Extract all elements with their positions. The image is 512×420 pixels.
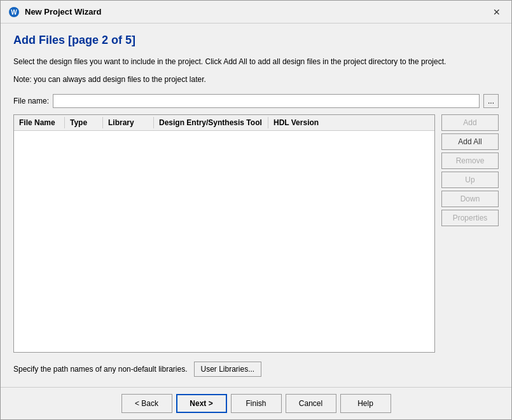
remove-button[interactable]: Remove bbox=[441, 152, 499, 169]
dialog-window: W New Project Wizard ✕ Add Files [page 2… bbox=[0, 0, 512, 420]
page-title: Add Files [page 2 of 5] bbox=[13, 34, 499, 47]
table-body bbox=[14, 131, 434, 352]
libraries-label: Specify the path names of any non-defaul… bbox=[13, 365, 188, 374]
col-header-design: Design Entry/Synthesis Tool bbox=[154, 117, 268, 128]
title-bar: W New Project Wizard ✕ bbox=[1, 1, 511, 24]
next-button[interactable]: Next > bbox=[176, 394, 227, 413]
add-button[interactable]: Add bbox=[441, 114, 499, 131]
description-line1: Select the design files you want to incl… bbox=[13, 56, 499, 67]
side-buttons: Add Add All Remove Up Down Properties bbox=[441, 114, 499, 353]
col-header-filename: File Name bbox=[14, 117, 65, 128]
libraries-row: Specify the path names of any non-defaul… bbox=[13, 362, 499, 377]
file-name-label: File name: bbox=[13, 97, 49, 105]
finish-button[interactable]: Finish bbox=[231, 394, 282, 413]
help-button[interactable]: Help bbox=[340, 394, 391, 413]
file-name-row: File name: ... bbox=[13, 94, 499, 108]
browse-button[interactable]: ... bbox=[483, 94, 499, 108]
properties-button[interactable]: Properties bbox=[441, 210, 499, 226]
main-area: File Name Type Library Design Entry/Synt… bbox=[13, 114, 499, 353]
dialog-title: New Project Wizard bbox=[25, 7, 102, 17]
user-libraries-button[interactable]: User Libraries... bbox=[194, 362, 262, 377]
file-name-input[interactable] bbox=[53, 94, 480, 108]
close-button[interactable]: ✕ bbox=[490, 5, 504, 19]
wizard-icon: W bbox=[8, 6, 20, 18]
up-button[interactable]: Up bbox=[441, 172, 499, 188]
col-header-hdl: HDL Version bbox=[268, 117, 332, 128]
description-line2: Note: you can always add design files to… bbox=[13, 74, 499, 85]
add-all-button[interactable]: Add All bbox=[441, 133, 499, 150]
svg-text:W: W bbox=[11, 9, 17, 16]
dialog-content: Add Files [page 2 of 5] Select the desig… bbox=[1, 24, 511, 387]
table-header: File Name Type Library Design Entry/Synt… bbox=[14, 115, 434, 131]
back-button[interactable]: < Back bbox=[121, 394, 172, 413]
file-table: File Name Type Library Design Entry/Synt… bbox=[13, 114, 435, 353]
down-button[interactable]: Down bbox=[441, 191, 499, 207]
footer: < Back Next > Finish Cancel Help bbox=[1, 387, 511, 419]
col-header-type: Type bbox=[65, 117, 103, 128]
title-bar-left: W New Project Wizard bbox=[8, 6, 102, 18]
col-header-library: Library bbox=[103, 117, 154, 128]
cancel-button[interactable]: Cancel bbox=[286, 394, 336, 413]
